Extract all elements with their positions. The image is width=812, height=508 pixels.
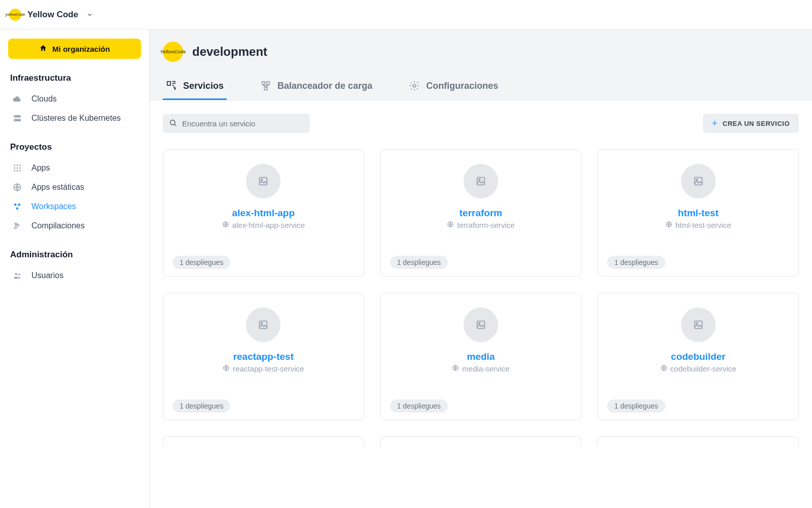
svg-rect-19 [167, 82, 170, 85]
service-name: media [467, 351, 495, 362]
globe-icon [452, 364, 459, 373]
svg-point-18 [18, 274, 20, 276]
sidebar-item-workspaces[interactable]: Workspaces [8, 197, 141, 216]
deployments-badge: 1 despliegues [607, 399, 665, 413]
sidebar-item-clouds[interactable]: Clouds [8, 89, 141, 109]
deployments-badge: 1 despliegues [172, 256, 230, 269]
svg-point-27 [261, 179, 263, 181]
service-subtitle: alex-html-app-service [222, 221, 305, 229]
sidebar-item-kubernetes-clusters[interactable]: Clústeres de Kubernetes [8, 109, 141, 128]
toolbar: + CREA UN SERVICIO [163, 114, 799, 133]
service-card-peek [163, 436, 364, 447]
service-card[interactable]: mediamedia-service1 despliegues [380, 293, 582, 420]
globe-icon [660, 364, 667, 373]
globe-icon [222, 221, 229, 229]
svg-rect-1 [14, 119, 21, 122]
users-icon [12, 271, 22, 280]
globe-icon [223, 364, 230, 373]
sidebar-item-label: Workspaces [31, 202, 76, 211]
service-subtitle: codebuilder-service [660, 364, 736, 373]
svg-rect-26 [260, 178, 267, 185]
home-icon [39, 44, 47, 54]
service-card[interactable]: terraformterraform-service1 despliegues [380, 149, 582, 277]
svg-point-11 [17, 170, 18, 172]
service-card[interactable]: codebuildercodebuilder-service1 desplieg… [597, 293, 799, 420]
svg-point-9 [19, 167, 21, 169]
content: + CREA UN SERVICIO alex-html-appalex-htm… [150, 100, 812, 460]
globe-icon [447, 221, 454, 229]
tab-label: Configuraciones [426, 81, 498, 91]
sidebar-section-projects-title: Proyectos [10, 142, 139, 152]
tab-configurations[interactable]: Configuraciones [406, 75, 501, 100]
tab-label: Balanceador de carga [277, 81, 372, 91]
sidebar-item-users[interactable]: Usuarios [8, 266, 141, 285]
image-placeholder-icon [246, 308, 280, 342]
svg-point-24 [170, 120, 175, 124]
create-service-label: CREA UN SERVICIO [723, 120, 790, 127]
create-service-button[interactable]: + CREA UN SERVICIO [703, 114, 799, 133]
service-subtitle: terraform-service [447, 221, 514, 229]
sidebar-item-label: Compilaciones [31, 221, 85, 230]
svg-point-5 [17, 164, 18, 166]
tab-services[interactable]: Servicios [163, 75, 227, 100]
sidebar-item-label: Apps estáticas [31, 183, 84, 192]
service-card[interactable]: alex-html-appalex-html-app-service1 desp… [163, 149, 364, 277]
my-organization-button[interactable]: Mi organización [8, 39, 141, 59]
workspaces-icon [12, 202, 22, 211]
svg-point-3 [15, 120, 16, 121]
sidebar-item-builds[interactable]: Compilaciones [8, 216, 141, 235]
grid-icon [12, 163, 22, 173]
svg-point-6 [19, 164, 21, 166]
deployments-badge: 1 despliegues [607, 256, 665, 269]
svg-point-2 [15, 116, 16, 117]
svg-point-39 [479, 323, 480, 324]
service-name: alex-html-app [232, 208, 295, 219]
search-container[interactable] [163, 114, 310, 133]
service-subtitle-text: codebuilder-service [670, 364, 736, 373]
service-subtitle-text: reactapp-test-service [233, 364, 304, 373]
sidebar-item-label: Clústeres de Kubernetes [31, 114, 121, 123]
svg-rect-35 [260, 321, 267, 329]
svg-point-16 [16, 208, 19, 210]
svg-point-8 [17, 167, 18, 169]
sidebar-item-label: Usuarios [31, 271, 63, 280]
tools-icon [12, 221, 22, 230]
service-card[interactable]: reactapp-testreactapp-test-service1 desp… [163, 293, 364, 420]
service-subtitle-text: alex-html-app-service [232, 221, 305, 229]
image-placeholder-icon [464, 164, 498, 198]
image-placeholder-icon [681, 164, 716, 198]
service-subtitle: media-service [452, 364, 509, 373]
tab-load-balancer[interactable]: Balanceador de carga [257, 75, 375, 100]
cloud-icon [12, 94, 22, 104]
svg-point-17 [15, 273, 18, 276]
svg-point-30 [479, 179, 480, 181]
globe-icon [12, 183, 22, 192]
org-name[interactable]: Yellow Code [27, 10, 78, 20]
service-card-peek [597, 436, 799, 447]
server-icon [12, 114, 22, 123]
service-card-peek [380, 436, 582, 447]
globe-icon [665, 221, 673, 229]
sidebar-item-apps[interactable]: Apps [8, 158, 141, 178]
service-subtitle-text: media-service [462, 364, 509, 373]
service-subtitle: html-test-service [665, 221, 731, 229]
deployments-badge: 1 despliegues [172, 399, 230, 413]
svg-point-42 [696, 323, 698, 324]
svg-point-10 [14, 170, 15, 172]
svg-line-25 [174, 124, 176, 126]
deployments-badge: 1 despliegues [390, 256, 448, 269]
service-name: html-test [678, 208, 719, 219]
service-subtitle: reactapp-test-service [223, 364, 304, 373]
service-card[interactable]: html-testhtml-test-service1 despliegues [597, 149, 799, 277]
svg-rect-29 [477, 178, 485, 185]
environment-title: development [192, 45, 267, 59]
svg-point-15 [18, 204, 21, 206]
top-header: yellowCode Yellow Code [0, 0, 812, 29]
search-input[interactable] [182, 119, 304, 128]
svg-point-7 [14, 167, 15, 169]
svg-rect-21 [267, 82, 270, 85]
sidebar-item-static-apps[interactable]: Apps estáticas [8, 178, 141, 197]
chevron-down-icon[interactable] [86, 11, 93, 18]
svg-point-36 [261, 323, 263, 324]
services-icon [166, 80, 177, 91]
